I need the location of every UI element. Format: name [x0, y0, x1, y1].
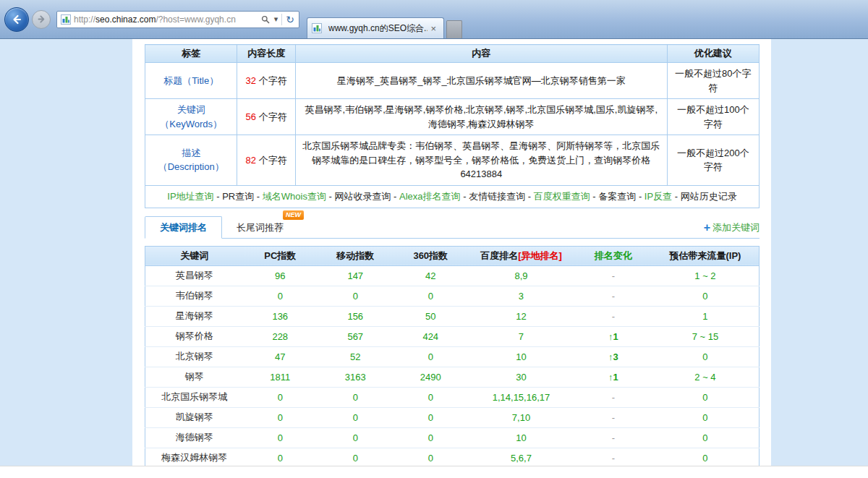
add-keyword-label: 添加关键词	[712, 221, 760, 234]
length-number: 56	[246, 111, 256, 122]
seo-row-label-link[interactable]: 描述（Description）	[158, 148, 224, 173]
rank-keyword[interactable]: 钢琴价格	[145, 326, 244, 346]
tab-longtail-label: 长尾词推荐	[237, 222, 284, 233]
quick-link[interactable]: 备案查询	[598, 191, 636, 202]
rank-baidu-rank: 12	[467, 306, 575, 326]
rank-estimated-traffic: 0	[652, 407, 760, 427]
quick-link-separator: -	[590, 191, 599, 202]
rank-mobile-index: 0	[317, 448, 393, 466]
seo-row: 描述（Description）82 个字符北京国乐钢琴城品牌专卖：韦伯钢琴、英昌…	[145, 135, 760, 186]
seo-table-body: 标题（Title）32 个字符星海钢琴_英昌钢琴_钢琴_北京国乐钢琴城官网—北京…	[145, 63, 760, 186]
forward-button[interactable]	[32, 10, 51, 29]
rank-keyword[interactable]: 韦伯钢琴	[145, 286, 244, 306]
rank-mobile-index: 0	[317, 427, 393, 448]
rank-column-header-label: PC指数	[264, 250, 296, 261]
seo-row-label-link[interactable]: 标题（Title）	[163, 75, 218, 86]
rank-baidu-rank: 10	[467, 346, 575, 367]
url-path: /?host=www.gyqh.cn	[156, 14, 235, 25]
length-unit: 个字符	[256, 155, 287, 166]
rank-row: 北京国乐钢琴城0001,14,15,16,17-0	[145, 387, 760, 407]
address-bar[interactable]: http://seo.chinaz.com/?host=www.gyqh.cn …	[56, 11, 299, 28]
quick-link[interactable]: 友情链接查询	[469, 191, 525, 202]
quick-link[interactable]: 网站收录查询	[334, 191, 391, 202]
rank-baidu-rank: 10	[467, 427, 575, 448]
seo-row: 标题（Title）32 个字符星海钢琴_英昌钢琴_钢琴_北京国乐钢琴城官网—北京…	[145, 63, 760, 99]
rank-estimated-traffic: 1 ~ 2	[652, 265, 760, 286]
close-icon[interactable]: ×	[427, 23, 439, 34]
tab-favicon-icon	[312, 23, 322, 33]
quick-link[interactable]: 百度权重查询	[534, 191, 590, 202]
rank-keyword[interactable]: 北京国乐钢琴城	[145, 387, 244, 407]
tab-longtail-suggest[interactable]: 长尾词推荐 NEW	[222, 217, 298, 238]
rank-keyword[interactable]: 钢琴	[145, 367, 244, 387]
rank-baidu-rank: 8,9	[467, 265, 575, 286]
rank-360-index: 2490	[393, 367, 467, 387]
rank-mobile-index: 147	[317, 265, 393, 286]
rank-row: 梅森汉姆林钢琴0005,6,7-0	[145, 448, 760, 466]
page-background: 标签内容长度内容优化建议 标题（Title）32 个字符星海钢琴_英昌钢琴_钢琴…	[0, 39, 868, 466]
browser-chrome: http://seo.chinaz.com/?host=www.gyqh.cn …	[0, 0, 868, 39]
address-bar-divider	[281, 14, 282, 25]
rank-mobile-index: 0	[317, 387, 393, 407]
rank-keyword[interactable]: 英昌钢琴	[145, 265, 244, 286]
quick-link[interactable]: PR查询	[222, 191, 254, 202]
rank-column-header-label: 移动指数	[336, 250, 374, 261]
search-icon[interactable]	[259, 15, 272, 24]
seo-row-length: 56 个字符	[237, 99, 296, 135]
quick-link-separator: -	[672, 191, 681, 202]
keyword-rank-table: 关键词PC指数移动指数360指数百度排名[异地排名]排名变化预估带来流量(IP)…	[145, 246, 760, 466]
rank-estimated-traffic: 7 ~ 15	[652, 326, 760, 346]
rank-baidu-rank: 7	[467, 326, 575, 346]
rank-360-index: 0	[393, 407, 467, 427]
rank-table-head-row: 关键词PC指数移动指数360指数百度排名[异地排名]排名变化预估带来流量(IP)	[145, 246, 760, 265]
rank-tab-bar: 关键词排名 长尾词推荐 NEW + 添加关键词	[145, 217, 760, 239]
back-button[interactable]	[4, 7, 29, 32]
quick-links: IP地址查询 - PR查询 - 域名Whois查询 - 网站收录查询 - Ale…	[145, 186, 760, 208]
seo-row-label: 描述（Description）	[145, 135, 237, 186]
rank-estimated-traffic: 0	[652, 346, 760, 367]
seo-column-header: 标签	[145, 45, 237, 63]
quick-link[interactable]: Alexa排名查询	[399, 191, 461, 202]
chevron-down-icon[interactable]: ▾	[272, 14, 281, 24]
add-keyword-button[interactable]: + 添加关键词	[704, 221, 760, 238]
rank-column-header-label: 360指数	[413, 250, 448, 261]
rank-mobile-index: 567	[317, 326, 393, 346]
rank-baidu-rank: 7,10	[467, 407, 575, 427]
seo-column-header: 内容长度	[237, 45, 296, 63]
rank-pc-index: 228	[243, 326, 317, 346]
seo-row-length: 82 个字符	[237, 135, 296, 186]
rank-change: -	[575, 448, 652, 466]
rank-row: 钢琴18113163249030↑12 ~ 4	[145, 367, 760, 387]
browser-tab[interactable]: www.gyqh.cn的SEO综合... ×	[307, 17, 444, 38]
rank-keyword[interactable]: 星海钢琴	[145, 306, 244, 326]
rank-row: 星海钢琴1361565012-1	[145, 306, 760, 326]
quick-link-separator: -	[254, 191, 263, 202]
arrow-right-icon	[37, 14, 46, 24]
rank-keyword[interactable]: 梅森汉姆林钢琴	[145, 448, 244, 466]
quick-link[interactable]: 域名Whois查询	[263, 191, 326, 202]
quick-link[interactable]: 网站历史记录	[681, 191, 737, 202]
rank-keyword[interactable]: 海德钢琴	[145, 427, 244, 448]
refresh-icon[interactable]: ↻	[284, 14, 297, 25]
rank-baidu-rank: 3	[467, 286, 575, 306]
rank-keyword[interactable]: 凯旋钢琴	[145, 407, 244, 427]
seo-row-label: 标题（Title）	[145, 63, 237, 99]
rank-360-index: 42	[393, 265, 467, 286]
rank-change: -	[575, 387, 652, 407]
rank-pc-index: 0	[243, 286, 317, 306]
quick-link[interactable]: IP地址查询	[167, 191, 213, 202]
seo-info-table: 标签内容长度内容优化建议 标题（Title）32 个字符星海钢琴_英昌钢琴_钢琴…	[145, 44, 760, 186]
seo-row: 关键词（KeyWords）56 个字符英昌钢琴,韦伯钢琴,星海钢琴,钢琴价格,北…	[145, 99, 760, 135]
rank-change: ↑1	[575, 367, 652, 387]
rank-row: 钢琴价格2285674247↑17 ~ 15	[145, 326, 760, 346]
rank-row: 英昌钢琴96147428,9-1 ~ 2	[145, 265, 760, 286]
seo-row-label-link[interactable]: 关键词（KeyWords）	[160, 104, 222, 129]
tab-title: www.gyqh.cn的SEO综合...	[328, 22, 427, 35]
tab-keyword-ranking[interactable]: 关键词排名	[145, 216, 222, 239]
inactive-tab-stub[interactable]	[446, 20, 462, 38]
arrow-left-icon	[11, 14, 22, 25]
quick-link-separator: -	[391, 191, 399, 202]
quick-link-separator: -	[461, 191, 469, 202]
rank-keyword[interactable]: 北京钢琴	[145, 346, 244, 367]
quick-link[interactable]: IP反查	[644, 191, 672, 202]
